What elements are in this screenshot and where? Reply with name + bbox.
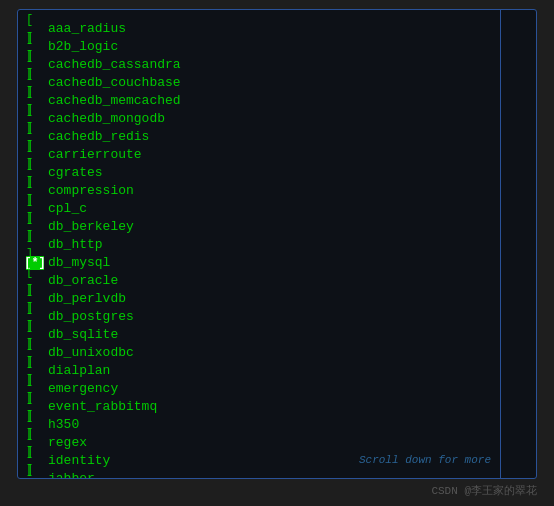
item-label-db_unixodbc: db_unixodbc <box>48 344 134 362</box>
items-list: [ ]aaa_radius[ ]b2b_logic[ ]cachedb_cass… <box>26 20 528 479</box>
checkbox-db_http[interactable]: [ ] <box>26 238 44 252</box>
list-item[interactable]: [ ]cachedb_mongodb <box>26 110 528 128</box>
item-label-emergency: emergency <box>48 380 118 398</box>
footer: CSDN @李王家的翠花 <box>17 483 537 498</box>
list-item[interactable]: [ ]event_rabbitmq <box>26 398 528 416</box>
list-item[interactable]: [ ]regex <box>26 434 528 452</box>
item-label-cachedb_redis: cachedb_redis <box>48 128 149 146</box>
item-label-regex: regex <box>48 434 87 452</box>
list-item[interactable]: [ ]jabber <box>26 470 528 479</box>
list-item[interactable]: [ ]cachedb_couchbase <box>26 74 528 92</box>
item-label-db_berkeley: db_berkeley <box>48 218 134 236</box>
item-label-aaa_radius: aaa_radius <box>48 20 126 38</box>
list-item[interactable]: [ ]cgrates <box>26 164 528 182</box>
item-label-b2b_logic: b2b_logic <box>48 38 118 56</box>
list-item[interactable]: [ ]aaa_radius <box>26 20 528 38</box>
item-label-db_sqlite: db_sqlite <box>48 326 118 344</box>
footer-credit: CSDN @李王家的翠花 <box>431 485 537 497</box>
item-label-cpl_c: cpl_c <box>48 200 87 218</box>
list-item[interactable]: [ ]db_oracle <box>26 272 528 290</box>
list-item[interactable]: [ ]db_perlvdb <box>26 290 528 308</box>
item-label-carrierroute: carrierroute <box>48 146 142 164</box>
terminal-container: [ ]aaa_radius[ ]b2b_logic[ ]cachedb_cass… <box>17 9 537 479</box>
list-item[interactable]: [ ]db_unixodbc <box>26 344 528 362</box>
list-item[interactable]: [ ]db_berkeley <box>26 218 528 236</box>
item-label-db_postgres: db_postgres <box>48 308 134 326</box>
item-label-cachedb_cassandra: cachedb_cassandra <box>48 56 181 74</box>
list-item[interactable]: [ ]carrierroute <box>26 146 528 164</box>
list-item[interactable]: [ ]h350 <box>26 416 528 434</box>
item-label-cachedb_couchbase: cachedb_couchbase <box>48 74 181 92</box>
list-item[interactable]: [ ]cpl_c <box>26 200 528 218</box>
list-item[interactable]: [ ]emergency <box>26 380 528 398</box>
item-label-cachedb_mongodb: cachedb_mongodb <box>48 110 165 128</box>
item-label-event_rabbitmq: event_rabbitmq <box>48 398 157 416</box>
item-label-db_http: db_http <box>48 236 103 254</box>
item-label-compression: compression <box>48 182 134 200</box>
item-label-jabber: jabber <box>48 470 95 479</box>
list-item[interactable]: [ ]dialplan <box>26 362 528 380</box>
item-label-db_mysql: db_mysql <box>48 254 110 272</box>
list-item[interactable]: [ ]db_sqlite <box>26 326 528 344</box>
list-item[interactable]: [ ]cachedb_cassandra <box>26 56 528 74</box>
item-label-identity: identity <box>48 452 110 470</box>
checkbox-jabber[interactable]: [ ] <box>26 472 44 479</box>
item-label-cachedb_memcached: cachedb_memcached <box>48 92 181 110</box>
vertical-divider <box>500 10 501 478</box>
list-item[interactable]: [ ]cachedb_redis <box>26 128 528 146</box>
list-item[interactable]: [ ]cachedb_memcached <box>26 92 528 110</box>
item-label-cgrates: cgrates <box>48 164 103 182</box>
list-item[interactable]: [ ]db_postgres <box>26 308 528 326</box>
list-item[interactable]: [ ]b2b_logic <box>26 38 528 56</box>
list-item[interactable]: [ ]compression <box>26 182 528 200</box>
item-label-db_oracle: db_oracle <box>48 272 118 290</box>
scroll-hint: Scroll down for more <box>359 454 491 466</box>
item-label-dialplan: dialplan <box>48 362 110 380</box>
list-item[interactable]: [ ]db_http <box>26 236 528 254</box>
list-item[interactable]: [*]db_mysql <box>26 254 528 272</box>
item-label-db_perlvdb: db_perlvdb <box>48 290 126 308</box>
item-label-h350: h350 <box>48 416 79 434</box>
